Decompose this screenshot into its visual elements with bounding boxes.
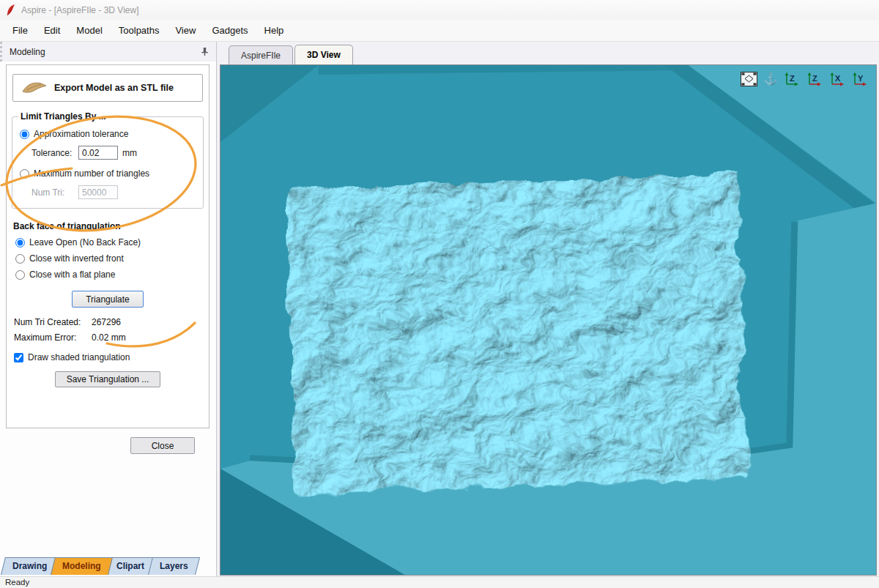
window-title: Aspire - [AspireFIle - 3D View] bbox=[21, 5, 139, 15]
radio-close-inverted-label: Close with inverted front bbox=[29, 253, 124, 264]
num-tri-row: Num Tri: bbox=[31, 185, 197, 199]
app-window: Aspire - [AspireFIle - 3D View] File Edi… bbox=[0, 0, 879, 588]
view-z-icon[interactable]: Z bbox=[806, 72, 823, 86]
svg-text:Y: Y bbox=[858, 74, 864, 83]
menu-file[interactable]: File bbox=[4, 21, 36, 40]
menu-edit[interactable]: Edit bbox=[36, 21, 68, 40]
menu-model[interactable]: Model bbox=[68, 21, 110, 40]
titlebar: Aspire - [AspireFIle - 3D View] bbox=[0, 0, 879, 20]
fit-view-icon[interactable] bbox=[740, 71, 758, 87]
num-tri-created-row: Num Tri Created: 267296 bbox=[14, 317, 209, 327]
tolerance-unit: mm bbox=[122, 148, 137, 158]
menu-help[interactable]: Help bbox=[256, 21, 292, 40]
menu-toolpaths[interactable]: Toolpaths bbox=[111, 21, 168, 40]
num-tri-created-label: Num Tri Created: bbox=[14, 317, 92, 327]
radio-max-triangles[interactable]: Maximum number of triangles bbox=[20, 168, 197, 179]
close-button[interactable]: Close bbox=[130, 437, 195, 454]
panel-header: Modeling bbox=[0, 42, 216, 62]
radio-leave-open-label: Leave Open (No Back Face) bbox=[29, 237, 141, 248]
num-tri-label: Num Tri: bbox=[31, 187, 74, 198]
stl-export-form: Export Model as an STL file Limit Triang… bbox=[6, 64, 209, 428]
draw-shaded-checkbox[interactable] bbox=[14, 353, 23, 362]
tab-3d-view[interactable]: 3D View bbox=[294, 45, 353, 64]
svg-text:Z: Z bbox=[790, 74, 795, 83]
radio-approximation-tolerance-input[interactable] bbox=[20, 130, 29, 139]
main-view-area: AspireFIle 3D View bbox=[218, 42, 879, 576]
modeling-panel: Modeling Export Model as an STL file Lim… bbox=[0, 42, 217, 576]
limit-triangles-title: Limit Triangles By ... bbox=[18, 111, 108, 122]
svg-text:Z: Z bbox=[812, 74, 817, 83]
radio-close-flat-input[interactable] bbox=[15, 270, 25, 280]
view-z-iso-icon[interactable]: Z bbox=[783, 72, 801, 86]
viewport-3d[interactable]: ⚓ Z Z bbox=[220, 64, 877, 576]
status-text: Ready bbox=[5, 578, 29, 587]
tolerance-input[interactable] bbox=[78, 146, 118, 160]
view-x-icon[interactable]: X bbox=[828, 72, 846, 86]
tab-drawing[interactable]: Drawing bbox=[1, 557, 59, 575]
limit-triangles-group: Limit Triangles By ... Approximation tol… bbox=[12, 111, 204, 209]
radio-leave-open[interactable]: Leave Open (No Back Face) bbox=[15, 237, 209, 248]
num-tri-input[interactable] bbox=[78, 185, 118, 199]
view-toolbar: ⚓ Z Z bbox=[740, 71, 869, 87]
draw-shaded-label: Draw shaded triangulation bbox=[28, 352, 130, 362]
max-error-label: Maximum Error: bbox=[14, 332, 92, 343]
bottom-tab-strip: Drawing Modeling Clipart Layers bbox=[3, 557, 194, 575]
view-y-icon[interactable]: Y bbox=[851, 72, 869, 86]
menu-gadgets[interactable]: Gadgets bbox=[204, 21, 256, 40]
radio-close-inverted-input[interactable] bbox=[15, 254, 25, 264]
pin-icon[interactable] bbox=[200, 47, 209, 56]
stl-export-icon bbox=[22, 81, 47, 95]
export-stl-button[interactable]: Export Model as an STL file bbox=[12, 74, 203, 102]
tolerance-row: Tolerance: mm bbox=[31, 146, 197, 160]
radio-max-triangles-label: Maximum number of triangles bbox=[34, 168, 149, 179]
panel-title: Modeling bbox=[10, 47, 45, 57]
save-triangulation-button[interactable]: Save Triangulation ... bbox=[55, 371, 160, 387]
radio-close-inverted[interactable]: Close with inverted front bbox=[15, 253, 209, 264]
3d-scene[interactable] bbox=[220, 65, 876, 575]
num-tri-created-value: 267296 bbox=[92, 317, 121, 327]
max-error-row: Maximum Error: 0.02 mm bbox=[14, 332, 209, 343]
radio-approximation-tolerance-label: Approximation tolerance bbox=[34, 129, 128, 139]
max-error-value: 0.02 mm bbox=[92, 332, 126, 343]
triangulate-button[interactable]: Triangulate bbox=[72, 291, 144, 308]
backface-title: Back face of triangulation bbox=[13, 221, 209, 231]
draw-shaded-checkbox-row[interactable]: Draw shaded triangulation bbox=[14, 352, 209, 362]
radio-approximation-tolerance[interactable]: Approximation tolerance bbox=[20, 129, 197, 139]
view-tab-strip: AspireFIle 3D View bbox=[218, 42, 879, 64]
statusbar: Ready bbox=[0, 576, 879, 588]
tolerance-label: Tolerance: bbox=[31, 148, 74, 158]
terrain-model[interactable] bbox=[281, 169, 744, 490]
tab-layers[interactable]: Layers bbox=[148, 557, 200, 575]
radio-max-triangles-input[interactable] bbox=[20, 169, 29, 179]
export-stl-label: Export Model as an STL file bbox=[54, 83, 174, 93]
tab-modeling[interactable]: Modeling bbox=[51, 557, 113, 575]
tab-aspirefile[interactable]: AspireFIle bbox=[229, 45, 293, 64]
menubar: File Edit Model Toolpaths View Gadgets H… bbox=[0, 20, 879, 42]
pan-anchor-icon[interactable]: ⚓ bbox=[763, 73, 778, 85]
menu-view[interactable]: View bbox=[167, 21, 204, 40]
radio-close-flat-label: Close with a flat plane bbox=[29, 269, 115, 280]
aspire-logo-icon bbox=[5, 4, 16, 16]
radio-close-flat[interactable]: Close with a flat plane bbox=[15, 269, 209, 280]
radio-leave-open-input[interactable] bbox=[15, 238, 25, 248]
svg-text:X: X bbox=[835, 74, 841, 83]
